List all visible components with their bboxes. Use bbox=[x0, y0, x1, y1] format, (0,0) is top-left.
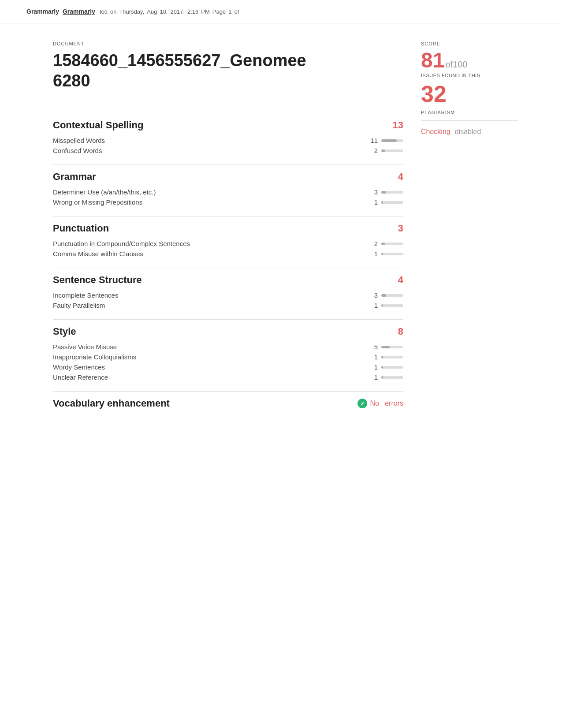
sub-item: Incomplete Sentences 3 bbox=[53, 290, 403, 300]
sub-item-label: Wrong or Missing Prepositions bbox=[53, 198, 368, 206]
vocab-right: ✓ No errors bbox=[357, 399, 403, 408]
sub-item-label: Determiner Use (a/an/the/this, etc.) bbox=[53, 188, 368, 196]
progress-bar bbox=[381, 149, 403, 152]
sub-item: Punctuation in Compound/Complex Sentence… bbox=[53, 239, 403, 249]
sub-item: Wrong or Missing Prepositions 1 bbox=[53, 197, 403, 207]
sub-item-count: 1 bbox=[369, 302, 378, 309]
sub-item-label: Faulty Parallelism bbox=[53, 302, 368, 309]
sub-item-label: Misspelled Words bbox=[53, 137, 368, 144]
progress-bar bbox=[381, 253, 403, 255]
progress-bar-fill bbox=[381, 376, 383, 379]
progress-bar bbox=[381, 366, 403, 369]
category-name: Sentence Structure bbox=[53, 274, 142, 286]
document-label: DOCUMENT bbox=[53, 41, 403, 46]
progress-bar-fill bbox=[381, 356, 383, 358]
score-main: 81 bbox=[421, 50, 444, 71]
progress-bar bbox=[381, 376, 403, 379]
progress-bar bbox=[381, 243, 403, 245]
sub-item-right: 1 bbox=[368, 353, 403, 361]
category-header: Grammar 4 bbox=[53, 164, 403, 183]
progress-bar-fill bbox=[381, 253, 383, 255]
progress-bar-fill bbox=[381, 243, 385, 245]
sub-item-count: 2 bbox=[369, 240, 378, 247]
progress-bar bbox=[381, 346, 403, 348]
sub-item-count: 2 bbox=[369, 147, 378, 154]
sub-item: Faulty Parallelism 1 bbox=[53, 300, 403, 310]
document-title-line2: 6280 bbox=[53, 71, 403, 91]
header-date: 10, bbox=[160, 8, 167, 15]
page-header: Grammarly Grammarly ted on Thursday, Aug… bbox=[0, 0, 562, 23]
category-header: Punctuation 3 bbox=[53, 216, 403, 234]
category-count: 13 bbox=[393, 119, 403, 131]
sub-item: Confused Words 2 bbox=[53, 146, 403, 156]
checking-row: Checking disabled bbox=[421, 128, 518, 136]
sub-item-label: Punctuation in Compound/Complex Sentence… bbox=[53, 240, 368, 247]
no-errors-text: No errors bbox=[370, 399, 403, 407]
progress-bar-fill bbox=[381, 201, 383, 204]
progress-bar-fill bbox=[381, 191, 386, 194]
sub-item-count: 1 bbox=[369, 373, 378, 381]
vocabulary-section: Vocabulary enhancement ✓ No errors bbox=[53, 391, 403, 409]
sub-item-label: Incomplete Sentences bbox=[53, 291, 368, 299]
issues-label: ISSUES FOUND IN THIS bbox=[421, 73, 518, 78]
header-day: Thursday, bbox=[119, 8, 144, 15]
category-sentence-structure: Sentence Structure 4 Incomplete Sentence… bbox=[53, 268, 403, 310]
sub-item: Determiner Use (a/an/the/this, etc.) 3 bbox=[53, 187, 403, 197]
sub-item-right: 1 bbox=[368, 198, 403, 206]
progress-bar-fill bbox=[381, 139, 397, 142]
sub-item-label: Unclear Reference bbox=[53, 373, 368, 381]
sub-item-right: 2 bbox=[368, 240, 403, 247]
sub-item-right: 3 bbox=[368, 291, 403, 299]
category-name: Punctuation bbox=[53, 223, 109, 234]
header-month: Aug bbox=[147, 8, 157, 15]
sub-item: Passive Voice Misuse 5 bbox=[53, 342, 403, 352]
sub-item-count: 1 bbox=[369, 198, 378, 206]
sub-item-count: 1 bbox=[369, 353, 378, 361]
progress-bar bbox=[381, 294, 403, 297]
category-name: Contextual Spelling bbox=[53, 119, 143, 131]
score-label: SCORE bbox=[421, 41, 518, 46]
sub-item-count: 3 bbox=[369, 291, 378, 299]
sub-item-label: Passive Voice Misuse bbox=[53, 343, 368, 351]
category-contextual-spelling: Contextual Spelling 13 Misspelled Words … bbox=[53, 113, 403, 156]
progress-bar-fill bbox=[381, 304, 383, 307]
header-year: 2017, bbox=[170, 8, 185, 15]
category-count: 4 bbox=[398, 171, 403, 183]
progress-bar bbox=[381, 304, 403, 307]
progress-bar-fill bbox=[381, 149, 385, 152]
category-header: Sentence Structure 4 bbox=[53, 268, 403, 286]
sub-item-right: 1 bbox=[368, 302, 403, 309]
sub-item-right: 1 bbox=[368, 373, 403, 381]
header-time: 2:16 bbox=[187, 8, 198, 15]
progress-bar bbox=[381, 191, 403, 194]
check-icon: ✓ bbox=[357, 399, 367, 408]
header-page-label: Page bbox=[212, 8, 226, 15]
category-count: 4 bbox=[398, 274, 403, 286]
header-page-num: 1 bbox=[228, 8, 231, 15]
sub-item-right: 2 bbox=[368, 147, 403, 154]
progress-bar bbox=[381, 201, 403, 204]
sub-item-count: 1 bbox=[369, 363, 378, 371]
category-name: Grammar bbox=[53, 171, 96, 183]
left-section: DOCUMENT 1584660_1456555627_Genomee 6280… bbox=[53, 41, 403, 409]
category-style: Style 8 Passive Voice Misuse 5 Inappropr… bbox=[53, 319, 403, 382]
vocabulary-name: Vocabulary enhancement bbox=[53, 398, 170, 409]
document-title-line1: 1584660_1456555627_Genomee bbox=[53, 51, 403, 71]
category-name: Style bbox=[53, 326, 76, 337]
sub-item-label: Wordy Sentences bbox=[53, 363, 368, 371]
sub-item-count: 5 bbox=[369, 343, 378, 351]
sub-item-label: Inappropriate Colloquialisms bbox=[53, 353, 368, 361]
sub-item: Inappropriate Colloquialisms 1 bbox=[53, 352, 403, 362]
progress-bar-fill bbox=[381, 346, 390, 348]
header-of: of bbox=[234, 8, 239, 15]
progress-bar-fill bbox=[381, 366, 383, 369]
categories-section: Contextual Spelling 13 Misspelled Words … bbox=[53, 113, 403, 409]
sub-item-label: Confused Words bbox=[53, 147, 368, 154]
category-header: Style 8 bbox=[53, 319, 403, 337]
score-display: 81 of 100 bbox=[421, 50, 518, 71]
main-content: DOCUMENT 1584660_1456555627_Genomee 6280… bbox=[0, 23, 562, 427]
sub-item-right: 1 bbox=[368, 250, 403, 258]
category-punctuation: Punctuation 3 Punctuation in Compound/Co… bbox=[53, 216, 403, 259]
logo1: Grammarly bbox=[26, 8, 59, 15]
sub-item-label: Comma Misuse within Clauses bbox=[53, 250, 368, 258]
